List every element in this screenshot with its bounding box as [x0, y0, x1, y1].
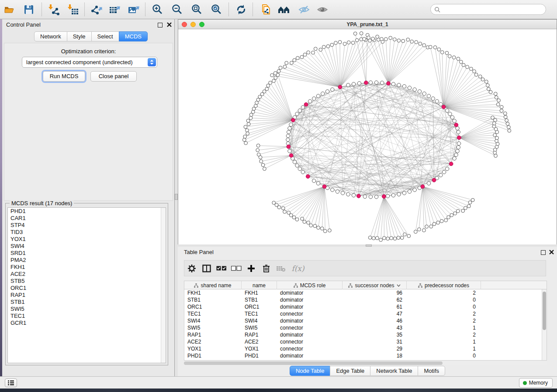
- export-image-button[interactable]: [125, 1, 142, 18]
- hide-selected-button[interactable]: [296, 1, 312, 18]
- float-panel-icon[interactable]: [158, 23, 163, 28]
- run-mcds-button[interactable]: Run MCDS: [43, 71, 85, 82]
- eye-icon: [316, 4, 329, 15]
- network-canvas[interactable]: [178, 29, 557, 244]
- search-input[interactable]: [443, 5, 541, 14]
- scrollbar-thumb[interactable]: [184, 361, 443, 365]
- tab-network-table[interactable]: Network Table: [370, 366, 418, 376]
- mcds-node-item[interactable]: GCR1: [8, 320, 166, 327]
- mcds-node-item[interactable]: SWI5: [8, 306, 166, 313]
- mcds-node-item[interactable]: ACE2: [8, 271, 166, 278]
- memory-button[interactable]: Memory: [519, 378, 553, 388]
- toolbar-separator: [84, 3, 85, 16]
- tab-select[interactable]: Select: [91, 31, 119, 41]
- tab-node-table[interactable]: Node Table: [290, 366, 331, 376]
- zoom-out-button[interactable]: [169, 1, 186, 18]
- scrollbar-thumb[interactable]: [543, 292, 546, 330]
- close-panel-icon[interactable]: [166, 22, 172, 28]
- criterion-value: largest connected component (undirected): [26, 59, 133, 65]
- save-session-button[interactable]: [21, 1, 37, 18]
- show-panels-button[interactable]: [5, 378, 17, 387]
- show-columns-button[interactable]: [199, 262, 214, 275]
- export-network-button[interactable]: [88, 1, 105, 18]
- mcds-node-item[interactable]: SRD1: [8, 250, 166, 257]
- column-header-predecessor-nodes[interactable]: predecessor nodes: [407, 281, 481, 289]
- criterion-select[interactable]: largest connected component (undirected): [22, 57, 157, 68]
- delete-column-button[interactable]: [259, 262, 273, 275]
- mcds-result-list[interactable]: PHD1CAR1STP4TID3YOX1SWI4SRD1PMA2FKH1ACE2…: [7, 207, 166, 363]
- column-type-icon: [348, 283, 353, 288]
- tab-network[interactable]: Network: [34, 31, 67, 41]
- select-all-rows-button[interactable]: [214, 262, 229, 275]
- mcds-node-item[interactable]: PMA2: [8, 257, 166, 264]
- cell-successor-nodes: 46: [343, 317, 407, 324]
- import-network-button[interactable]: [45, 1, 62, 18]
- mcds-node-item[interactable]: STP4: [8, 222, 166, 229]
- table-vertical-scrollbar[interactable]: [542, 289, 547, 360]
- show-all-button[interactable]: [314, 1, 331, 18]
- mcds-panel: Optimization criterion: largest connecte…: [4, 43, 173, 201]
- table-row[interactable]: SWI5SWI5connector431: [184, 324, 481, 331]
- tab-motifs[interactable]: Motifs: [418, 366, 445, 376]
- table-toolbar: f(x): [184, 260, 546, 276]
- zoom-selected-button[interactable]: [208, 1, 225, 18]
- zoom-fit-button[interactable]: [189, 1, 205, 18]
- cell-shared-name: STB1: [184, 296, 242, 303]
- table-row[interactable]: ORC1ORC1dominator610: [184, 303, 481, 310]
- splitter-grip[interactable]: [175, 194, 178, 200]
- export-table-button[interactable]: [107, 1, 123, 18]
- status-bar: Memory: [0, 376, 557, 389]
- column-label: MCDS role: [300, 282, 326, 289]
- mcds-node-item[interactable]: RAP1: [8, 292, 166, 299]
- mcds-node-item[interactable]: FKH1: [8, 264, 166, 271]
- column-header-name[interactable]: name: [242, 281, 277, 289]
- deselect-all-rows-button[interactable]: [229, 262, 244, 275]
- open-file-button[interactable]: [1, 1, 17, 18]
- tab-style[interactable]: Style: [67, 31, 92, 41]
- memory-status-icon: [523, 381, 527, 385]
- table-row[interactable]: STB1STB1dominator620: [184, 296, 481, 303]
- table-row[interactable]: PHD1PHD1dominator180: [184, 352, 481, 359]
- cell-successor-nodes: 96: [343, 289, 407, 296]
- column-header-filler: [481, 281, 547, 289]
- network-window-titlebar[interactable]: YPA_prune.txt_1: [178, 20, 557, 29]
- table-row[interactable]: ACE2ACE2connector311: [184, 338, 481, 345]
- import-table-button[interactable]: [65, 1, 81, 18]
- tab-mcds[interactable]: MCDS: [119, 31, 148, 41]
- table-row[interactable]: YOX1YOX1connector291: [184, 345, 481, 352]
- first-neighbors-button[interactable]: [276, 1, 292, 18]
- table-horizontal-scrollbar[interactable]: [184, 361, 547, 365]
- zoom-in-button[interactable]: [149, 1, 166, 18]
- mcds-node-item[interactable]: STB5: [8, 278, 166, 285]
- table-row[interactable]: RAP1RAP1dominator352: [184, 331, 481, 338]
- table-settings-button[interactable]: [184, 262, 199, 275]
- node-table[interactable]: shared namenameMCDS rolesuccessor nodesp…: [184, 281, 547, 361]
- column-header-mcds-role[interactable]: MCDS role: [277, 281, 343, 289]
- tab-edge-table[interactable]: Edge Table: [330, 366, 370, 376]
- eye-slash-icon: [298, 4, 310, 15]
- zoom-fit-icon: [191, 3, 203, 16]
- mcds-node-item[interactable]: CAR1: [8, 215, 166, 222]
- refresh-layout-button[interactable]: [233, 1, 249, 18]
- table-row[interactable]: FKH1FKH1dominator962: [184, 289, 481, 296]
- mcds-node-item[interactable]: PHD1: [8, 208, 166, 215]
- float-panel-icon[interactable]: [541, 250, 546, 255]
- table-row[interactable]: TEC1TEC1connector472: [184, 310, 481, 317]
- mcds-node-item[interactable]: TEC1: [8, 313, 166, 320]
- column-header-successor-nodes[interactable]: successor nodes: [343, 281, 407, 289]
- mcds-node-item[interactable]: ORC1: [8, 285, 166, 292]
- close-panel-button[interactable]: Close panel: [90, 71, 137, 82]
- cell-name: STB1: [242, 296, 277, 303]
- mcds-node-item[interactable]: SWI4: [8, 243, 166, 250]
- mcds-node-item[interactable]: TID3: [8, 229, 166, 236]
- table-row[interactable]: SWI4SWI4dominator462: [184, 317, 481, 324]
- mcds-node-item[interactable]: YOX1: [8, 236, 166, 243]
- close-panel-icon[interactable]: [549, 249, 554, 255]
- result-list-scrollbar[interactable]: [161, 208, 166, 363]
- network-graph[interactable]: [178, 29, 557, 244]
- vertical-splitter[interactable]: [175, 19, 178, 376]
- column-header-shared-name[interactable]: shared name: [184, 281, 242, 289]
- mcds-node-item[interactable]: STB1: [8, 299, 166, 306]
- add-column-button[interactable]: [244, 262, 259, 275]
- copy-network-button[interactable]: [257, 1, 274, 18]
